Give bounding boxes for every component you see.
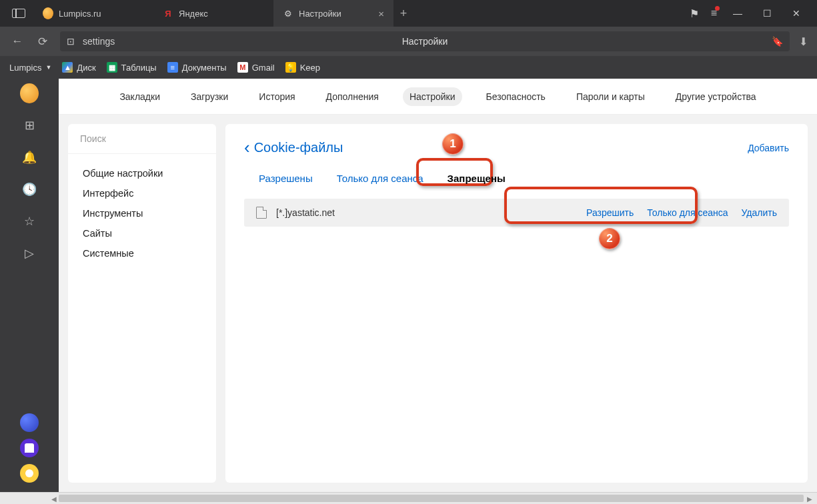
bookmark-disk[interactable]: ▲ Диск	[62, 62, 95, 73]
bookmark-sheets[interactable]: ▦ Таблицы	[107, 62, 157, 73]
drive-icon: ▲	[62, 62, 73, 73]
chevron-down-icon: ▼	[45, 64, 51, 71]
tab-label: Lumpics.ru	[59, 9, 101, 19]
gmail-icon: M	[237, 62, 248, 73]
sidebar-item-tools[interactable]: Инструменты	[68, 203, 216, 223]
site-row[interactable]: [*.]yastatic.net Разрешить Только для се…	[244, 199, 789, 227]
maximize-button[interactable]: ☐	[758, 8, 776, 19]
nav-security[interactable]: Безопасность	[480, 87, 552, 106]
sidebar-item-system[interactable]: Системные	[68, 243, 216, 263]
bookmark-label: Gmail	[252, 63, 275, 73]
star-icon[interactable]: ☆	[20, 212, 39, 231]
action-allow[interactable]: Разрешить	[586, 207, 634, 218]
gear-icon: ⚙	[283, 8, 293, 19]
sidebar-item-interface[interactable]: Интерфейс	[68, 183, 216, 203]
lumpics-favicon-icon	[43, 8, 53, 19]
horizontal-scrollbar[interactable]: ◀ ▶	[0, 492, 817, 504]
site-info-icon[interactable]: ⊡	[67, 36, 79, 47]
keep-icon: 💡	[285, 62, 296, 73]
nav-devices[interactable]: Другие устройства	[669, 87, 763, 106]
nav-settings[interactable]: Настройки	[403, 87, 462, 106]
bookmarkbar: Lumpics ▼ ▲ Диск ▦ Таблицы ≡ Документы M…	[0, 56, 817, 79]
bookmark-label: Документы	[182, 63, 227, 73]
sidebar-app-3-icon[interactable]	[20, 464, 39, 483]
settings-sidebar: Поиск Общие настройки Интерфейс Инструме…	[68, 124, 216, 483]
tab-allowed[interactable]: Разрешены	[257, 170, 314, 187]
scroll-thumb[interactable]	[59, 495, 804, 502]
annotation-badge-2: 2	[599, 228, 620, 249]
tab-session-only[interactable]: Только для сеанса	[335, 170, 425, 187]
tab-label: Настройки	[299, 9, 341, 19]
cookie-settings-panel: Cookie-файлы Добавить Разрешены Только д…	[225, 124, 808, 483]
nav-addons[interactable]: Дополнения	[319, 87, 385, 106]
bookmark-lumpics[interactable]: Lumpics ▼	[9, 63, 51, 73]
bookmark-keep[interactable]: 💡 Keep	[285, 62, 320, 73]
add-site-link[interactable]: Добавить	[748, 143, 789, 153]
docs-icon: ≡	[167, 62, 178, 73]
sidebar-item-sites[interactable]: Сайты	[68, 223, 216, 243]
back-link-label: Cookie-файлы	[254, 140, 343, 155]
back-button[interactable]: ←	[9, 35, 25, 48]
sidebar-toggle-icon[interactable]	[12, 9, 25, 18]
bookmark-icon[interactable]: 🔖	[772, 36, 783, 47]
tab-yandex[interactable]: Я Яндекс	[153, 0, 273, 27]
bell-icon[interactable]: 🔔	[20, 148, 39, 167]
bookmark-label: Keep	[300, 63, 320, 73]
nav-downloads[interactable]: Загрузки	[184, 87, 235, 106]
tab-label: Яндекс	[179, 9, 208, 19]
history-clock-icon[interactable]: 🕓	[20, 180, 39, 199]
reload-button[interactable]: ⟳	[35, 35, 51, 49]
close-tab-icon[interactable]: ×	[365, 8, 384, 19]
bookmark-label: Диск	[77, 63, 95, 73]
sidebar-app-1-icon[interactable]	[20, 413, 39, 432]
cookie-sub-tabs: Разрешены Только для сеанса Запрещены	[244, 170, 789, 187]
titlebar: Lumpics.ru Я Яндекс ⚙ Настройки × + ⚑ ≡ …	[0, 0, 817, 27]
sidebar-item-general[interactable]: Общие настройки	[68, 163, 216, 183]
bookmark-label: Lumpics	[9, 63, 41, 73]
document-icon	[256, 207, 267, 219]
back-to-cookies-link[interactable]: Cookie-файлы	[244, 140, 343, 155]
play-icon[interactable]: ▷	[20, 244, 39, 263]
tab-settings[interactable]: ⚙ Настройки ×	[273, 0, 393, 27]
action-session[interactable]: Только для сеанса	[647, 207, 728, 218]
address-input[interactable]: ⊡ settings Настройки 🔖	[60, 31, 790, 51]
nav-bookmarks[interactable]: Закладки	[113, 87, 167, 106]
bookmark-label: Таблицы	[121, 63, 157, 73]
search-input[interactable]: Поиск	[68, 124, 216, 154]
close-window-button[interactable]: ✕	[788, 8, 805, 19]
settings-top-nav: Закладки Загрузки История Дополнения Нас…	[59, 79, 817, 115]
tableau-icon[interactable]: ⚑	[690, 7, 699, 20]
addressbar: ← ⟳ ⊡ settings Настройки 🔖 ⬇	[0, 27, 817, 56]
bookmark-docs[interactable]: ≡ Документы	[167, 62, 227, 73]
yandex-favicon-icon: Я	[163, 8, 173, 19]
sidebar-app-2-icon[interactable]	[20, 439, 39, 457]
tab-lumpics[interactable]: Lumpics.ru	[33, 0, 153, 27]
tableau-grid-icon[interactable]: ⊞	[20, 116, 39, 135]
site-actions: Разрешить Только для сеанса Удалить	[586, 207, 777, 218]
extensions-icon[interactable]: ≡	[711, 7, 717, 19]
annotation-badge-1: 1	[442, 133, 464, 155]
bookmark-gmail[interactable]: M Gmail	[237, 62, 275, 73]
action-delete[interactable]: Удалить	[742, 207, 777, 218]
url-text: settings	[83, 36, 115, 47]
minimize-button[interactable]: —	[729, 8, 746, 19]
downloads-button[interactable]: ⬇	[799, 35, 808, 48]
new-tab-button[interactable]: +	[393, 7, 414, 21]
tab-blocked[interactable]: Запрещены	[446, 170, 507, 187]
scroll-right-icon[interactable]: ▶	[804, 493, 816, 504]
page-title: Настройки	[402, 36, 448, 47]
sheets-icon: ▦	[107, 62, 117, 73]
nav-history[interactable]: История	[252, 87, 301, 106]
profile-orange-icon[interactable]	[20, 84, 39, 103]
site-domain: [*.]yastatic.net	[276, 207, 335, 218]
sidebar: ⊞ 🔔 🕓 ☆ ▷	[0, 79, 59, 492]
nav-passwords[interactable]: Пароли и карты	[570, 87, 652, 106]
